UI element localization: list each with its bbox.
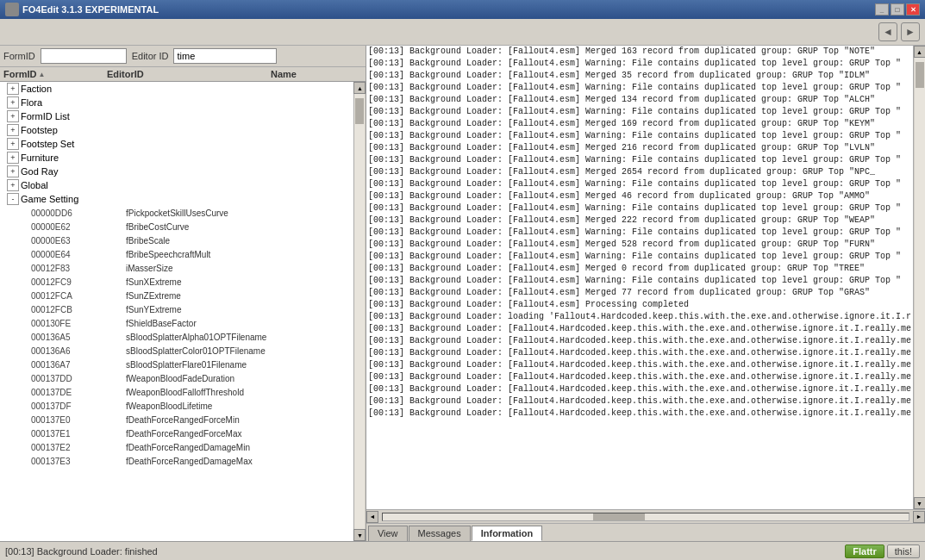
log-line: [00:13] Background Loader: [Fallout4.esm… [366, 299, 913, 311]
log-line: [00:13] Background Loader: [Fallout4.esm… [366, 239, 913, 251]
expand-icon[interactable]: + [7, 179, 19, 191]
scroll-thumb-h[interactable] [593, 513, 645, 520]
log-scroll-down[interactable]: ▼ [914, 497, 926, 509]
tree-row[interactable]: 000136A5sBloodSplatterAlpha01OPTFilename [0, 330, 353, 344]
tree-row[interactable]: 00012FC9fSunXExtreme [0, 275, 353, 289]
col-header-formid[interactable]: FormID ▲ [3, 69, 107, 79]
log-line: [00:13] Background Loader: [Fallout4.esm… [366, 58, 913, 70]
tree-row[interactable]: 000136A7sBloodSplatterFlare01Filename [0, 358, 353, 371]
flattr-button[interactable]: Flattr [845, 544, 884, 558]
tab-view[interactable]: View [368, 526, 408, 541]
log-area[interactable]: [00:13] Background Loader: [Fallout4.esm… [366, 46, 913, 509]
scroll-right-btn[interactable]: ► [913, 511, 925, 523]
tree-row-editorid: fPickpocketSkillUsesCurve [126, 208, 298, 218]
col-header-name[interactable]: Name [271, 69, 362, 79]
close-button[interactable]: ✕ [906, 3, 920, 16]
app-icon [5, 3, 19, 16]
log-scroll-track[interactable] [915, 58, 925, 497]
tree-row-formid: 000137E3 [31, 457, 126, 466]
log-scrollbar[interactable]: ▲ ▼ [913, 46, 925, 509]
expand-icon[interactable]: + [7, 165, 19, 177]
tree-row-formid: 00000E62 [31, 222, 126, 232]
log-line: [00:13] Background Loader: [Fallout4.esm… [366, 70, 913, 82]
expand-icon[interactable]: + [7, 124, 19, 136]
tree-scroll-down[interactable]: ▼ [353, 529, 366, 541]
expand-icon[interactable]: + [7, 83, 19, 95]
log-scroll-thumb[interactable] [916, 62, 924, 88]
scroll-left-btn[interactable]: ◄ [366, 511, 378, 523]
tree-row[interactable]: +Faction [0, 82, 353, 96]
tree-row[interactable]: +God Ray [0, 165, 353, 178]
log-line: [00:13] Background Loader: [Fallout4.esm… [366, 166, 913, 178]
tree-row[interactable]: 00000E62fBribeCostCurve [0, 220, 353, 233]
tree-row[interactable]: 000137DFfWeaponBloodLifetime [0, 399, 353, 413]
log-line: [00:13] Background Loader: [Fallout4.Har… [366, 408, 913, 420]
expand-icon[interactable]: + [7, 110, 19, 122]
tree-scroll-thumb[interactable] [355, 98, 364, 124]
tree-scroll-track[interactable] [354, 94, 365, 529]
tree-row[interactable]: +Footstep Set [0, 137, 353, 151]
log-line: [00:13] Background Loader: [Fallout4.esm… [366, 275, 913, 287]
col-header-editorid[interactable]: EditorID [107, 69, 271, 79]
nav-back-button[interactable]: ◄ [878, 22, 897, 41]
tree-row-editorid: fSunZExtreme [126, 291, 298, 301]
tree-row[interactable]: 00000E64fBribeSpeechcraftMult [0, 247, 353, 261]
right-panel: [00:13] Background Loader: [Fallout4.esm… [366, 46, 925, 541]
tree-row[interactable]: 000136A6sBloodSplatterColor01OPTFilename [0, 344, 353, 358]
tree-area[interactable]: +Faction+Flora+FormID List+Footstep+Foot… [0, 82, 353, 541]
expand-icon[interactable]: + [7, 96, 19, 109]
tree-area-wrap: +Faction+Flora+FormID List+Footstep+Foot… [0, 82, 366, 541]
tree-row[interactable]: 000137DEfWeaponBloodFalloffThreshold [0, 385, 353, 399]
tree-row-formid: 000136A7 [31, 360, 126, 370]
tree-row-editorid: sBloodSplatterColor01OPTFilename [126, 346, 298, 356]
tree-category-label: Global [21, 180, 48, 190]
tree-scroll-up[interactable]: ▲ [353, 82, 366, 94]
tree-row[interactable]: 00000DD6fPickpocketSkillUsesCurve [0, 206, 353, 220]
expand-icon[interactable]: - [7, 193, 19, 205]
tree-row[interactable]: 000137E1fDeathForceRangedForceMax [0, 426, 353, 440]
sort-arrow-formid: ▲ [39, 71, 46, 78]
log-line: [00:13] Background Loader: [Fallout4.Har… [366, 323, 913, 335]
maximize-button[interactable]: □ [891, 3, 904, 16]
log-line: [00:13] Background Loader: [Fallout4.esm… [366, 263, 913, 275]
tree-category-label: Footstep [21, 125, 58, 135]
scroll-track-h[interactable] [382, 513, 909, 521]
tree-row[interactable]: +Footstep [0, 123, 353, 137]
tree-row-editorid: fShieldBaseFactor [126, 319, 298, 328]
tree-row[interactable]: 00000E63fBribeScale [0, 233, 353, 247]
tree-row[interactable]: 00012FCBfSunYExtreme [0, 302, 353, 316]
tree-row[interactable]: 000137E3fDeathForceRangedDamageMax [0, 454, 353, 468]
formid-filter-input[interactable] [41, 48, 127, 64]
log-scrollbar-x[interactable]: ◄ ► [366, 509, 925, 523]
tab-information[interactable]: Information [472, 526, 543, 541]
nav-forward-button[interactable]: ► [901, 22, 920, 41]
this-button[interactable]: this! [887, 544, 920, 558]
tree-row-editorid: sBloodSplatterAlpha01OPTFilename [126, 333, 298, 342]
tree-row[interactable]: +Global [0, 178, 353, 192]
tree-row[interactable]: 000137DDfWeaponBloodFadeDuration [0, 371, 353, 385]
tree-row[interactable]: 000137E2fDeathForceRangedDamageMin [0, 440, 353, 454]
tree-scrollbar[interactable]: ▲ ▼ [353, 82, 366, 541]
expand-icon[interactable]: + [7, 152, 19, 164]
tree-row-editorid: sBloodSplatterFlare01Filename [126, 360, 298, 370]
log-line: [00:13] Background Loader: [Fallout4.esm… [366, 130, 913, 142]
expand-icon[interactable]: + [7, 138, 19, 150]
log-line: [00:13] Background Loader: [Fallout4.Har… [366, 335, 913, 347]
tree-row-formid: 00012F83 [31, 264, 126, 273]
tree-row[interactable]: 000137E0fDeathForceRangedForceMin [0, 413, 353, 426]
tab-messages[interactable]: Messages [409, 526, 471, 541]
status-text: [00:13] Background Loader: finished [5, 546, 158, 557]
minimize-button[interactable]: _ [875, 3, 889, 16]
tree-row[interactable]: 00012F83iMasserSize [0, 261, 353, 275]
tree-row[interactable]: 000130FEfShieldBaseFactor [0, 316, 353, 330]
tree-row-formid: 00000DD6 [31, 208, 126, 218]
tree-row[interactable]: +Furniture [0, 151, 353, 165]
tree-row[interactable]: 00012FCAfSunZExtreme [0, 289, 353, 302]
log-line: [00:13] Background Loader: [Fallout4.esm… [366, 251, 913, 263]
log-scroll-up[interactable]: ▲ [914, 46, 926, 58]
tree-category-label: Furniture [21, 152, 59, 163]
tree-row[interactable]: +FormID List [0, 109, 353, 123]
tree-row[interactable]: -Game Setting [0, 192, 353, 206]
tree-row[interactable]: +Flora [0, 96, 353, 109]
editorid-filter-input[interactable] [173, 48, 277, 64]
